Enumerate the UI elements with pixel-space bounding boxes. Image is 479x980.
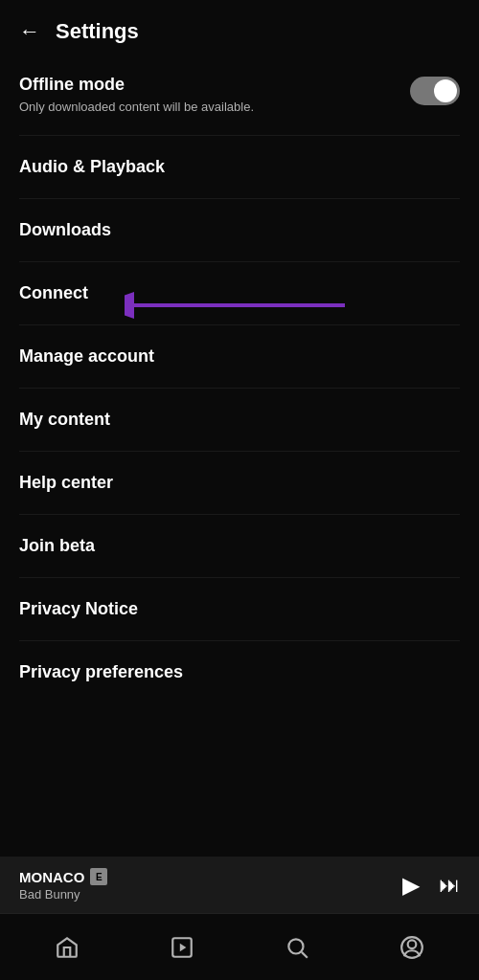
- menu-item-privacy-preferences[interactable]: Privacy preferences: [19, 641, 460, 692]
- bottom-navigation: [0, 913, 479, 980]
- settings-list: Offline mode Only downloaded content wil…: [0, 59, 479, 692]
- browse-icon: [170, 935, 194, 960]
- svg-point-7: [408, 940, 417, 948]
- offline-mode-title: Offline mode: [19, 75, 410, 95]
- back-button[interactable]: ←: [19, 19, 40, 44]
- menu-item-help-center[interactable]: Help center: [19, 452, 460, 515]
- offline-mode-toggle[interactable]: [410, 77, 460, 105]
- player-track-name: MONACO: [19, 869, 84, 885]
- menu-item-my-content[interactable]: My content: [19, 389, 460, 452]
- offline-mode-description: Only downloaded content will be availabl…: [19, 99, 268, 116]
- nav-home[interactable]: [43, 924, 91, 971]
- offline-mode-section: Offline mode Only downloaded content wil…: [19, 59, 460, 136]
- nav-browse[interactable]: [158, 924, 206, 971]
- menu-item-downloads[interactable]: Downloads: [19, 199, 460, 262]
- player-info: MONACO E Bad Bunny: [19, 868, 107, 902]
- offline-mode-text: Offline mode Only downloaded content wil…: [19, 75, 410, 116]
- player-bar: MONACO E Bad Bunny ▶ ⏭: [0, 857, 479, 913]
- menu-item-privacy-notice[interactable]: Privacy Notice: [19, 578, 460, 641]
- svg-marker-3: [180, 943, 187, 951]
- svg-point-4: [288, 939, 303, 953]
- svg-line-5: [302, 951, 308, 957]
- explicit-badge: E: [90, 868, 107, 885]
- profile-icon: [399, 935, 424, 960]
- skip-next-button[interactable]: ⏭: [439, 873, 460, 898]
- page-title: Settings: [56, 19, 139, 44]
- player-controls: ▶ ⏭: [402, 872, 460, 899]
- menu-item-join-beta[interactable]: Join beta: [19, 515, 460, 578]
- nav-profile[interactable]: [388, 924, 436, 971]
- menu-item-audio-playback[interactable]: Audio & Playback: [19, 136, 460, 199]
- menu-item-manage-account[interactable]: Manage account: [19, 325, 460, 389]
- play-button[interactable]: ▶: [402, 872, 420, 899]
- header: ← Settings: [0, 0, 479, 59]
- player-title-row: MONACO E: [19, 868, 107, 885]
- toggle-thumb: [434, 79, 457, 102]
- player-artist-name: Bad Bunny: [19, 887, 107, 902]
- home-icon: [55, 935, 80, 960]
- search-icon: [285, 935, 309, 960]
- menu-item-connect[interactable]: Connect: [19, 262, 460, 325]
- nav-search[interactable]: [273, 924, 321, 971]
